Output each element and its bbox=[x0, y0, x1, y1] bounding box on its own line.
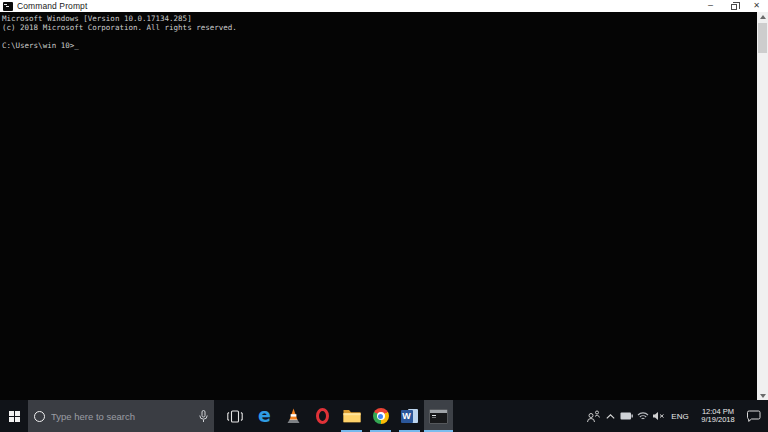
opera-icon bbox=[316, 408, 329, 424]
wifi-icon bbox=[637, 411, 649, 421]
volume-muted-icon bbox=[652, 411, 665, 421]
console-output[interactable]: Microsoft Windows [Version 10.0.17134.28… bbox=[0, 12, 757, 400]
taskbar-app-opera[interactable] bbox=[308, 400, 337, 432]
system-tray: ENG 12:04 PM 9/19/2018 bbox=[583, 400, 768, 432]
search-input[interactable] bbox=[51, 411, 193, 422]
clock[interactable]: 12:04 PM 9/19/2018 bbox=[693, 400, 743, 432]
task-view-icon bbox=[227, 410, 243, 423]
windows-logo-icon bbox=[9, 411, 20, 422]
chevron-up-icon bbox=[606, 414, 615, 419]
close-icon: ✕ bbox=[753, 2, 760, 10]
taskbar-app-chrome[interactable] bbox=[366, 400, 395, 432]
language-label: ENG bbox=[671, 412, 688, 421]
console-scrollbar[interactable] bbox=[757, 12, 768, 400]
restore-icon bbox=[731, 4, 737, 10]
desktop-screen: Command Prompt – ✕ Microsoft Windows [Ve… bbox=[0, 0, 768, 432]
console-prompt: C:\Users\win 10> bbox=[2, 41, 74, 50]
network-button[interactable] bbox=[635, 400, 650, 432]
window-controls: – ✕ bbox=[699, 0, 768, 12]
scroll-up-icon bbox=[760, 15, 766, 19]
clock-date: 9/19/2018 bbox=[701, 416, 734, 425]
word-icon: W bbox=[401, 408, 419, 424]
volume-button[interactable] bbox=[650, 400, 667, 432]
console-line bbox=[2, 32, 757, 41]
console-prompt-line: C:\Users\win 10>_ bbox=[2, 41, 757, 50]
hidden-icons-button[interactable] bbox=[603, 400, 618, 432]
console-line: (c) 2018 Microsoft Corporation. All righ… bbox=[2, 23, 757, 32]
people-icon bbox=[586, 410, 600, 423]
taskbar-app-command-prompt[interactable] bbox=[424, 400, 453, 432]
taskbar-app-file-explorer[interactable] bbox=[337, 400, 366, 432]
microphone-icon[interactable] bbox=[199, 410, 208, 423]
battery-button[interactable] bbox=[618, 400, 635, 432]
taskbar: e W bbox=[0, 400, 768, 432]
taskbar-app-edge[interactable]: e bbox=[250, 400, 279, 432]
titlebar[interactable]: Command Prompt – ✕ bbox=[0, 0, 768, 12]
scrollbar-thumb[interactable] bbox=[758, 23, 767, 53]
battery-icon bbox=[620, 412, 633, 420]
command-prompt-window-icon bbox=[3, 2, 13, 11]
file-explorer-icon bbox=[343, 409, 361, 423]
taskbar-app-vlc[interactable] bbox=[279, 400, 308, 432]
vlc-icon bbox=[285, 408, 302, 424]
action-center-icon bbox=[747, 410, 761, 422]
taskbar-app-word[interactable]: W bbox=[395, 400, 424, 432]
task-view-button[interactable] bbox=[220, 400, 250, 432]
command-prompt-taskbar-icon bbox=[429, 409, 448, 424]
window-title: Command Prompt bbox=[17, 1, 87, 11]
restore-button[interactable] bbox=[722, 0, 745, 12]
scroll-up-button[interactable] bbox=[757, 12, 768, 21]
people-button[interactable] bbox=[583, 400, 603, 432]
taskbar-search[interactable] bbox=[28, 400, 214, 432]
action-center-button[interactable] bbox=[743, 400, 765, 432]
close-button[interactable]: ✕ bbox=[745, 0, 768, 12]
console-line: Microsoft Windows [Version 10.0.17134.28… bbox=[2, 14, 757, 23]
minimize-icon: – bbox=[708, 1, 713, 10]
cortana-icon bbox=[34, 411, 45, 422]
minimize-button[interactable]: – bbox=[699, 0, 722, 12]
scroll-down-button[interactable] bbox=[757, 391, 768, 400]
language-indicator[interactable]: ENG bbox=[667, 400, 693, 432]
edge-icon: e bbox=[258, 406, 271, 425]
chrome-icon bbox=[373, 408, 389, 424]
scroll-down-icon bbox=[760, 394, 766, 398]
start-button[interactable] bbox=[0, 400, 28, 432]
console-cursor: _ bbox=[74, 41, 79, 50]
